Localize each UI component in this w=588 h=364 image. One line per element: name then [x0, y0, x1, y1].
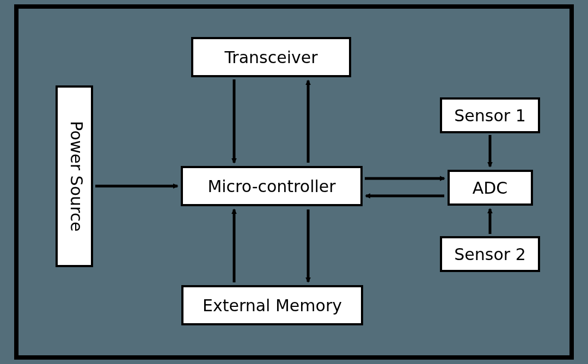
sensor-1-label: Sensor 1 [454, 106, 525, 125]
power-source-label: Power Source [67, 121, 86, 231]
sensor-2-block: Sensor 2 [441, 237, 539, 271]
micro-controller-block: Micro-controller [182, 167, 362, 205]
adc-block: ADC [449, 171, 532, 205]
transceiver-block: Transceiver [192, 38, 350, 76]
power-source-block: Power Source [57, 87, 92, 266]
transceiver-label: Transceiver [224, 48, 318, 67]
sensor-2-label: Sensor 2 [454, 245, 525, 264]
external-memory-block: External Memory [182, 286, 362, 324]
sensor-1-block: Sensor 1 [441, 98, 539, 132]
block-diagram: Power Source Transceiver Micro-controlle… [0, 0, 588, 364]
external-memory-label: External Memory [203, 296, 342, 315]
adc-label: ADC [473, 178, 508, 198]
micro-controller-label: Micro-controller [207, 177, 336, 196]
